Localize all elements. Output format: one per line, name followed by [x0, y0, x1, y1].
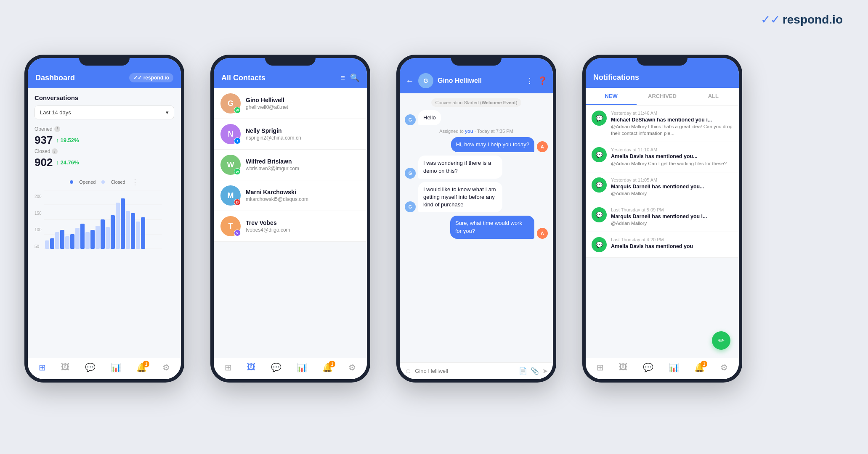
- attachment-file-icon[interactable]: 📄: [519, 367, 527, 375]
- nav2-analytics[interactable]: 📊: [297, 362, 307, 372]
- nav-dashboard[interactable]: ⊞: [39, 362, 46, 372]
- contact-item[interactable]: W W Wilfred Brislawn wbrislawn3@imgur.co…: [214, 150, 367, 180]
- phone-inner-2: All Contacts ≡ 🔍 G W Gino Helliwell: [214, 58, 367, 379]
- svg-rect-5: [45, 240, 49, 249]
- svg-rect-21: [126, 211, 130, 249]
- agent-avatar-1: A: [537, 141, 548, 152]
- logo-area: ✓✓ respond.io: [761, 13, 843, 26]
- y-axis: 200 150 100 50: [35, 194, 42, 249]
- contact-item[interactable]: T V Trev Vobes tvobes4@diigo.com: [214, 211, 367, 242]
- nav2-notifications[interactable]: 🔔 1: [322, 362, 333, 372]
- nav4-contacts[interactable]: 🖼: [619, 362, 627, 372]
- dashboard-title: Dashboard: [35, 74, 75, 82]
- analytics-icon-4: 📊: [669, 362, 679, 372]
- avatar-wrapper-2: N f: [220, 124, 241, 144]
- contacts-content: G W Gino Helliwell ghelliwell0@a8.net N …: [214, 88, 367, 358]
- contacts-icon-4: 🖼: [619, 362, 627, 372]
- bar-chart: [44, 190, 162, 249]
- opened-dot: [70, 180, 73, 184]
- nav-chat[interactable]: 💬: [85, 362, 96, 372]
- bubble-hello: Hello: [418, 110, 441, 125]
- contact-item[interactable]: G W Gino Helliwell ghelliwell0@a8.net: [214, 88, 367, 119]
- bubble-time: Sure, what time would work for you?: [450, 216, 534, 238]
- closed-label: Closed i: [35, 148, 174, 154]
- tab-new[interactable]: NEW: [586, 88, 637, 105]
- nav-settings[interactable]: ⚙: [162, 362, 170, 372]
- emoji-icon[interactable]: ☺: [405, 367, 411, 375]
- notification-item[interactable]: 💬 Last Thursday at 4:20 PM Amelia Davis …: [586, 232, 739, 258]
- closed-change: ↑ 24.76%: [56, 159, 79, 166]
- avatar-wrapper-1: G W: [220, 93, 241, 114]
- contact-item[interactable]: N f Nelly Sprigin nsprigin2@china.com.cn: [214, 119, 367, 150]
- notification-item[interactable]: 💬 Yesterday at 11:05 AM Marquis Darnell …: [586, 172, 739, 202]
- nav4-chat[interactable]: 💬: [643, 362, 653, 372]
- tab-all[interactable]: ALL: [688, 88, 739, 105]
- nav-contacts[interactable]: 🖼: [61, 362, 69, 372]
- notif-title-1: Michael DeShawn has mentioned you i...: [611, 116, 733, 123]
- back-arrow-icon[interactable]: ←: [406, 76, 414, 86]
- phone-inner-4: Notifications NEW ARCHIVED ALL 💬 Yesterd…: [586, 58, 739, 379]
- notification-icon-1: 💬: [592, 111, 607, 126]
- fab-button[interactable]: ✏: [712, 331, 730, 350]
- notif-time-4: Last Thursday at 5:09 PM: [611, 207, 707, 212]
- notifications-title: Notifications: [593, 73, 639, 82]
- help-icon[interactable]: ❓: [538, 76, 547, 85]
- nav4-notifications[interactable]: 🔔 1: [694, 362, 705, 372]
- badge-label: respond.io: [143, 75, 169, 81]
- sender-avatar-2: G: [405, 168, 416, 179]
- whatsapp-badge-2: W: [234, 168, 241, 175]
- notification-item[interactable]: 💬 Last Thursday at 5:09 PM Marquis Darne…: [586, 202, 739, 232]
- legend-opened: Opened: [79, 179, 96, 185]
- svg-rect-22: [131, 213, 135, 249]
- send-icon[interactable]: ➤: [542, 367, 548, 375]
- avatar-wrapper-4: M D: [220, 185, 241, 206]
- settings-icon-2: ⚙: [348, 362, 356, 372]
- notification-badge-4: 1: [701, 361, 707, 367]
- notification-icon-5: 💬: [592, 237, 607, 252]
- notification-icon-3: 💬: [592, 177, 607, 193]
- notifications-content: 💬 Yesterday at 11:46 AM Michael DeShawn …: [586, 106, 739, 358]
- notification-badge: 1: [143, 361, 149, 367]
- chart-area: Opened Closed ⋮ 200 150 100 50: [28, 173, 181, 358]
- tab-archived[interactable]: ARCHIVED: [637, 88, 687, 105]
- analytics-nav-icon: 📊: [111, 362, 121, 372]
- notification-item[interactable]: 💬 Yesterday at 11:10 AM Amelia Davis has…: [586, 142, 739, 172]
- stats-section: Opened i 937 ↑ 19.52% Closed i 902 ↑ 24.…: [28, 122, 181, 173]
- dashboard-logo-badge: ✓✓ respond.io: [129, 73, 173, 82]
- attachment-icon[interactable]: 📎: [531, 367, 539, 375]
- notch-3: [451, 55, 502, 66]
- more-options-icon[interactable]: ⋮: [526, 76, 534, 85]
- page-wrapper: ✓✓ respond.io Dashboard ✓✓ respond.io Co…: [0, 0, 868, 454]
- y-label-150: 150: [35, 211, 42, 216]
- nav2-contacts[interactable]: 🖼: [247, 362, 255, 372]
- nav2-settings[interactable]: ⚙: [348, 362, 356, 372]
- info-icon-2: i: [52, 148, 58, 154]
- notification-item[interactable]: 💬 Yesterday at 11:46 AM Michael DeShawn …: [586, 106, 739, 142]
- chart-container: 200 150 100 50: [35, 190, 174, 249]
- bubble-hi-help: Hi, how may I help you today?: [451, 137, 534, 152]
- opened-change: ↑ 19.52%: [56, 137, 79, 143]
- date-range-dropdown[interactable]: Last 14 days ▾: [35, 106, 174, 119]
- avatar-wrapper-3: W W: [220, 155, 241, 175]
- bottom-nav-2: ⊞ 🖼 💬 📊 🔔 1 ⚙: [214, 358, 367, 379]
- contact-item[interactable]: M D Marni Karchowski mkarchowski5@disqus…: [214, 180, 367, 211]
- nav-notifications[interactable]: 🔔 1: [136, 362, 147, 372]
- y-label-50: 50: [35, 244, 42, 249]
- nav4-settings[interactable]: ⚙: [720, 362, 728, 372]
- chat-input[interactable]: [415, 368, 515, 374]
- more-options-icon[interactable]: ⋮: [131, 177, 139, 187]
- search-icon[interactable]: 🔍: [350, 73, 359, 82]
- notification-list: 💬 Yesterday at 11:46 AM Michael DeShawn …: [586, 106, 739, 358]
- filter-icon[interactable]: ≡: [340, 74, 345, 82]
- settings-nav-icon: ⚙: [162, 362, 170, 372]
- notch-2: [265, 55, 316, 66]
- nav-analytics[interactable]: 📊: [111, 362, 121, 372]
- nav4-dashboard[interactable]: ⊞: [597, 362, 604, 372]
- nav2-dashboard[interactable]: ⊞: [225, 362, 232, 372]
- nav4-analytics[interactable]: 📊: [669, 362, 679, 372]
- nav2-chat[interactable]: 💬: [271, 362, 281, 372]
- contacts-title: All Contacts: [221, 74, 265, 82]
- facebook-badge: f: [234, 137, 241, 144]
- avatar-wrapper-5: T V: [220, 216, 241, 236]
- notif-content-4: Last Thursday at 5:09 PM Marquis Darnell…: [611, 207, 707, 227]
